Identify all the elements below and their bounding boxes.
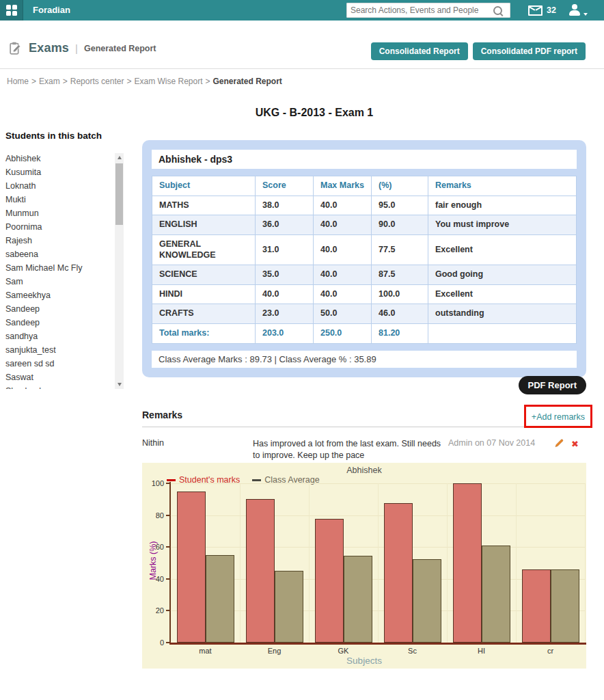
scrollbar-thumb[interactable] — [115, 163, 123, 225]
breadcrumb-separator: > — [63, 77, 68, 86]
remark-actions: ✖ — [554, 438, 587, 450]
y-tick-label: 20 — [142, 606, 164, 615]
remark-entries: NithinHas improved a lot from the last e… — [142, 438, 586, 461]
grid-logo-icon — [6, 5, 17, 16]
breadcrumb-link[interactable]: Exam Wise Report — [134, 77, 202, 86]
table-cell: 40.0 — [256, 284, 314, 304]
bar-student-Sc — [384, 503, 413, 643]
column-header: Score — [256, 176, 314, 196]
table-cell: 40.0 — [314, 196, 372, 215]
title-separator: | — [75, 42, 78, 54]
column-header: Subject — [152, 176, 256, 196]
y-axis-label: Marks (%) — [148, 533, 158, 588]
breadcrumb-link[interactable]: Home — [7, 77, 29, 86]
user-icon — [572, 4, 577, 10]
x-axis-line — [169, 643, 586, 645]
app-logo[interactable] — [0, 0, 23, 21]
exams-clipboard-icon — [8, 41, 23, 55]
breadcrumb-link[interactable]: Reports center — [70, 77, 124, 86]
students-scrollbar[interactable] — [115, 153, 124, 389]
page-title: UKG - B-2013 - Exam 1 — [25, 107, 604, 119]
table-row: SCIENCE35.040.087.5Good going — [152, 265, 577, 285]
search-icon[interactable] — [493, 6, 502, 15]
mail-count-badge: 32 — [547, 5, 556, 15]
total-cell: Total marks: — [152, 324, 256, 344]
user-menu-button[interactable] — [566, 2, 584, 18]
scroll-up-arrow[interactable] — [115, 153, 124, 162]
module-header: Exams | Generated Report — [8, 41, 156, 55]
table-cell: 46.0 — [372, 304, 428, 324]
breadcrumb-current: Generated Report — [213, 77, 282, 86]
table-cell: 87.5 — [372, 265, 428, 285]
bar-average-GK — [344, 556, 372, 643]
table-cell: 40.0 — [314, 265, 372, 285]
table-cell: 31.0 — [256, 234, 314, 265]
table-cell: Excellent — [428, 284, 577, 304]
consolidated-report-button[interactable]: Consolidated Report — [371, 42, 468, 60]
total-marks-row: Total marks:203.0250.081.20 — [152, 324, 577, 344]
total-cell — [428, 324, 577, 344]
pdf-report-button[interactable]: PDF Report — [519, 376, 587, 394]
table-cell: outstanding — [428, 304, 577, 324]
remarks-section: Remarks +Add remarks NithinHas improved … — [142, 409, 586, 461]
gridline-vertical — [240, 483, 241, 643]
x-tick-label: Eng — [240, 647, 309, 655]
students-list: AbhishekKusumitaLoknathMuktiMunmunPoorni… — [5, 152, 137, 389]
table-cell: 35.0 — [256, 265, 314, 285]
table-cell: GENERAL KNOWLEDGE — [152, 234, 256, 265]
consolidated-pdf-report-button[interactable]: Consolidated PDF report — [473, 42, 586, 60]
remark-author: Nithin — [142, 438, 253, 448]
gridline-vertical — [447, 483, 448, 643]
table-cell: You must improve — [428, 215, 577, 235]
remark-entry: NithinHas improved a lot from the last e… — [142, 438, 586, 461]
scroll-down-arrow[interactable] — [115, 380, 124, 389]
module-subtitle: Generated Report — [84, 44, 156, 53]
bar-student-HI — [453, 483, 482, 643]
remark-meta: Admin on 07 Nov 2014 — [441, 438, 554, 448]
table-row: CRAFTS23.050.046.0outstanding — [152, 304, 577, 324]
breadcrumb-separator: > — [31, 77, 36, 86]
total-cell: 250.0 — [314, 324, 372, 344]
table-cell: 90.0 — [372, 215, 428, 235]
table-cell: 23.0 — [256, 304, 314, 324]
x-tick-label: GK — [309, 647, 378, 655]
top-bar: Foradian 32 — [0, 0, 604, 21]
bar-average-Sc — [413, 559, 441, 643]
bar-student-GK — [315, 519, 344, 643]
chevron-down-icon — [584, 13, 588, 16]
search-input[interactable] — [346, 5, 493, 15]
column-header: (%) — [372, 176, 428, 196]
delete-icon[interactable]: ✖ — [571, 440, 579, 448]
gridline-vertical — [585, 483, 586, 643]
page: Foradian 32 Exams | Generated Report Con… — [0, 0, 604, 700]
total-cell: 203.0 — [256, 324, 314, 344]
column-header: Remarks — [428, 176, 577, 196]
y-tick-label: 0 — [142, 638, 164, 647]
add-remarks-highlight-box: +Add remarks — [524, 405, 592, 428]
students-heading: Students in this batch — [5, 131, 137, 141]
total-cell: 81.20 — [372, 324, 428, 344]
table-cell: SCIENCE — [152, 265, 256, 285]
table-cell: 50.0 — [314, 304, 372, 324]
edit-icon[interactable] — [554, 438, 564, 450]
y-tick-mark — [166, 578, 170, 580]
breadcrumb: Home>Exam>Reports center>Exam Wise Repor… — [7, 77, 282, 86]
bar-student-mat — [177, 492, 206, 643]
global-search — [346, 3, 510, 18]
column-header: Max Marks — [314, 176, 372, 196]
breadcrumb-separator: > — [126, 77, 131, 86]
table-cell: 77.5 — [372, 234, 428, 265]
table-row: ENGLISH36.040.090.0You must improve — [152, 215, 577, 235]
brand-name: Foradian — [33, 0, 70, 21]
mail-button[interactable]: 32 — [528, 0, 556, 21]
bar-student-Eng — [246, 499, 275, 643]
gridline-vertical — [378, 483, 379, 643]
add-remarks-link[interactable]: +Add remarks — [532, 412, 585, 422]
remarks-title: Remarks — [142, 409, 182, 420]
x-tick-label: mat — [171, 647, 240, 655]
gridline-vertical — [309, 483, 310, 643]
breadcrumb-link[interactable]: Exam — [39, 77, 60, 86]
bar-average-Eng — [275, 571, 303, 643]
marks-table: SubjectScoreMax Marks(%)Remarks MATHS38.… — [152, 176, 577, 344]
remark-text: Has improved a lot from the last exam. S… — [253, 438, 441, 461]
